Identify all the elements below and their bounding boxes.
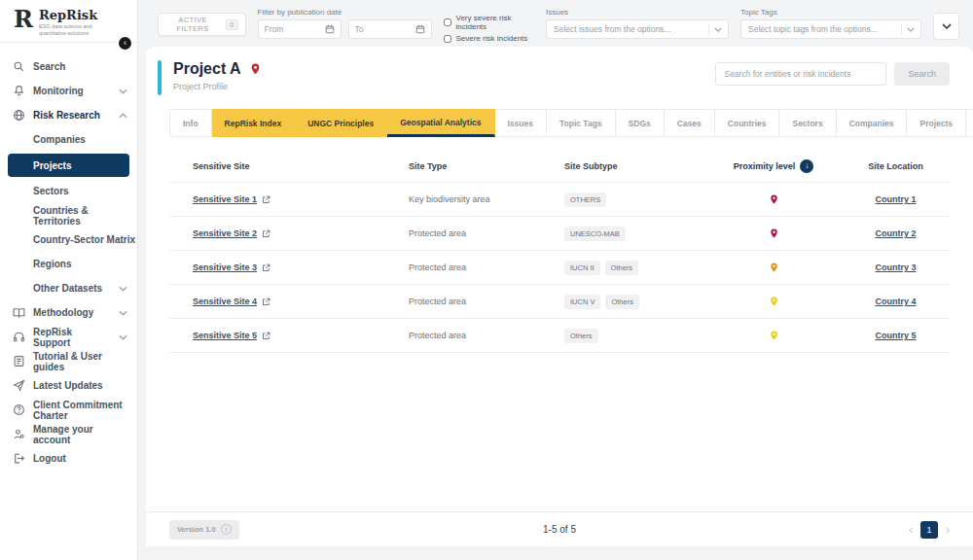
reprisk-logo-icon: R: [14, 7, 33, 32]
active-filters-button[interactable]: ACTIVE FILTERS 0: [158, 13, 246, 36]
date-to-input[interactable]: [355, 24, 412, 34]
country-link[interactable]: Country 5: [875, 331, 916, 340]
severity-option-severe[interactable]: Severe risk incidents: [444, 34, 534, 43]
sidebar-collapse-button[interactable]: ‹: [117, 35, 133, 52]
search-button[interactable]: Search: [894, 62, 950, 86]
tab-sectors[interactable]: Sectors: [779, 109, 836, 137]
app-logo[interactable]: R RepRisk ESG data science and quantitat…: [0, 0, 137, 43]
sidebar-item-countries-territories[interactable]: Countries & Territories: [0, 203, 137, 228]
previous-page-button[interactable]: ‹: [909, 523, 913, 537]
chevron-down-icon: [907, 27, 915, 32]
proximity-pin-icon[interactable]: [769, 261, 779, 274]
proximity-pin-icon[interactable]: [769, 227, 779, 240]
headphones-icon: [13, 331, 25, 343]
tab-issues[interactable]: Issues: [495, 109, 547, 137]
sidebar-item-latest-updates[interactable]: Latest Updates: [0, 373, 137, 398]
sensitive-site-link[interactable]: Sensitive Site 1: [193, 194, 257, 204]
filter-bar-collapse-button[interactable]: [933, 13, 959, 40]
date-from-input[interactable]: [265, 24, 321, 34]
sidebar-item-search[interactable]: Search: [0, 54, 137, 79]
table-row: Sensitive Site 1 Key biodiversity area O…: [169, 183, 950, 217]
sidebar-item-monitoring[interactable]: Monitoring: [0, 79, 137, 103]
calendar-icon: [325, 24, 335, 34]
external-link-icon[interactable]: [262, 229, 270, 238]
question-circle-icon: [13, 403, 25, 416]
table-row: Sensitive Site 3 Protected area IUCN II …: [169, 251, 950, 285]
next-page-button[interactable]: ›: [946, 523, 950, 537]
sensitive-site-link[interactable]: Sensitive Site 2: [193, 228, 257, 238]
site-subtype-badge: UNESCO-MAB: [564, 227, 626, 241]
sidebar-item-logout[interactable]: Logout: [0, 446, 137, 471]
very-severe-checkbox[interactable]: [444, 18, 451, 26]
sidebar-item-reprisk-support[interactable]: RepRisk Support: [0, 325, 137, 349]
tab-countries[interactable]: Countries: [715, 109, 780, 137]
tab-ngos[interactable]: NGOs: [966, 109, 973, 137]
issues-filter: Issues Select issues from the options...: [546, 8, 729, 39]
document-icon: [13, 355, 25, 368]
site-type: Protected area: [409, 228, 564, 238]
sensitive-site-link[interactable]: Sensitive Site 3: [193, 262, 257, 272]
sidebar-item-country-sector-matrix[interactable]: Country-Sector Matrix: [0, 228, 137, 252]
col-sensitive-site: Sensitive Site: [169, 161, 409, 171]
sensitive-site-link[interactable]: Sensitive Site 5: [193, 331, 257, 340]
site-subtype-badge: Others: [605, 261, 639, 275]
sidebar: R RepRisk ESG data science and quantitat…: [0, 0, 138, 560]
tab-companies[interactable]: Companies: [837, 109, 908, 137]
tab-info[interactable]: Info: [169, 109, 212, 137]
tab-projects[interactable]: Projects: [907, 109, 966, 137]
tab-geospatial-analytics[interactable]: Geospatial Analytics: [387, 109, 494, 137]
location-pin-icon: [249, 61, 262, 77]
tab-cases[interactable]: Cases: [665, 109, 715, 137]
sidebar-item-manage-account[interactable]: Manage your account: [0, 422, 137, 446]
country-link[interactable]: Country 4: [875, 297, 916, 306]
project-header: Project A Project Profile Search: [146, 47, 973, 101]
current-page-button[interactable]: 1: [920, 521, 938, 539]
sidebar-item-sectors[interactable]: Sectors: [0, 179, 137, 203]
tab-ungc-principles[interactable]: UNGC Principles: [295, 109, 387, 137]
sidebar-item-companies[interactable]: Companies: [0, 127, 137, 152]
table-row: Sensitive Site 4 Protected area IUCN V O…: [169, 285, 950, 319]
sidebar-item-regions[interactable]: Regions: [0, 252, 137, 276]
external-link-icon[interactable]: [262, 195, 270, 204]
logout-icon: [13, 452, 25, 465]
sidebar-item-tutorial-user-guides[interactable]: Tutorial & User guides: [0, 349, 137, 373]
country-link[interactable]: Country 3: [875, 262, 916, 272]
chevron-down-icon: [119, 286, 127, 292]
country-link[interactable]: Country 2: [875, 228, 916, 238]
external-link-icon[interactable]: [262, 332, 270, 340]
sidebar-item-methodology[interactable]: Methodology: [0, 300, 137, 325]
proximity-pin-icon[interactable]: [769, 192, 779, 206]
tab-sdgs[interactable]: SDGs: [616, 109, 665, 137]
site-subtype-badge: IUCN II: [564, 261, 600, 275]
sidebar-item-risk-research[interactable]: Risk Research: [0, 103, 137, 127]
external-link-icon[interactable]: [262, 298, 270, 306]
search-icon: [13, 60, 25, 73]
topic-tags-select[interactable]: Select topic tags from the options...: [740, 19, 921, 39]
severity-option-very-severe[interactable]: Very severe risk incidents: [444, 14, 534, 31]
topic-tags-filter: Topic Tags Select topic tags from the op…: [740, 8, 921, 39]
chevron-up-icon: [119, 113, 127, 119]
external-link-icon[interactable]: [262, 263, 270, 272]
date-from-field[interactable]: [258, 19, 342, 39]
proximity-pin-icon[interactable]: [769, 295, 779, 308]
tab-reprisk-index[interactable]: RepRisk Index: [212, 109, 296, 137]
country-link[interactable]: Country 1: [875, 194, 916, 204]
paper-plane-icon: [13, 379, 25, 392]
col-proximity-level-sort[interactable]: Proximity level ↓: [705, 159, 842, 173]
sensitive-site-link[interactable]: Sensitive Site 4: [193, 297, 257, 306]
chevron-down-icon: [119, 334, 127, 340]
tab-topic-tags[interactable]: Topic Tags: [547, 109, 616, 137]
issues-select[interactable]: Select issues from the options...: [546, 19, 729, 39]
severe-checkbox[interactable]: [444, 35, 451, 43]
sidebar-item-client-commitment-charter[interactable]: Client Commitment Charter: [0, 398, 137, 422]
book-icon: [13, 306, 25, 319]
user-icon: [13, 428, 25, 440]
proximity-pin-icon[interactable]: [769, 329, 779, 342]
info-icon[interactable]: i: [221, 524, 232, 535]
sidebar-item-other-datasets[interactable]: Other Datasets: [0, 276, 137, 300]
entity-search-input[interactable]: [715, 62, 886, 86]
date-to-field[interactable]: [348, 19, 432, 39]
col-site-type: Site Type: [409, 161, 564, 171]
sidebar-item-projects[interactable]: Projects: [8, 154, 129, 177]
pagination: ‹ 1 ›: [909, 521, 950, 539]
